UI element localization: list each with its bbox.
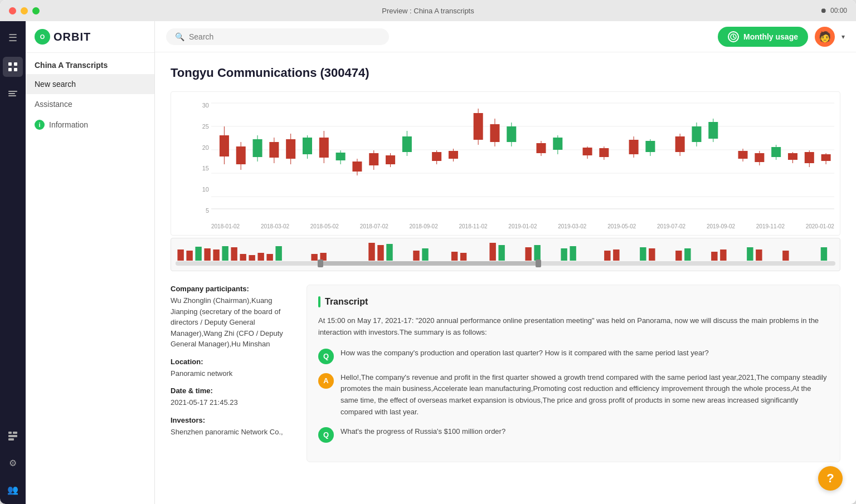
- svg-rect-19: [220, 135, 229, 156]
- participants-value: Wu Zhonglin (Chairman),Kuang Jianping (s…: [171, 295, 293, 350]
- transcript-panel: Transcript At 15:00 on May 17, 2021-17: …: [307, 285, 840, 462]
- y-label-20: 20: [193, 144, 209, 151]
- record-icon: ⏺: [820, 7, 827, 14]
- participants-label: Company participants:: [171, 285, 293, 293]
- svg-rect-10: [8, 438, 14, 441]
- x-label-1: 2018-03-02: [261, 223, 289, 229]
- bottom-icon-1[interactable]: [3, 426, 23, 446]
- topbar: 🔍 Monthly usage 🧑 ▾: [155, 21, 856, 52]
- svg-rect-84: [195, 247, 201, 261]
- svg-rect-5: [8, 93, 15, 94]
- svg-rect-111: [640, 247, 646, 261]
- svg-rect-77: [788, 153, 797, 160]
- x-label-9: 2019-07-02: [657, 223, 685, 229]
- nav-icon-2[interactable]: [3, 84, 23, 104]
- location-value: Panoramic network: [171, 368, 293, 379]
- sidebar-item-new-search[interactable]: New search: [26, 74, 154, 94]
- location-label: Location:: [171, 358, 293, 366]
- range-slider-track[interactable]: [171, 260, 840, 267]
- grid-icon[interactable]: [3, 57, 23, 77]
- q-badge-0: Q: [318, 349, 334, 364]
- y-label-5: 5: [193, 207, 209, 214]
- help-button[interactable]: ?: [818, 466, 843, 491]
- icon-bar: ☰: [0, 21, 26, 504]
- investors-value: Shenzhen panoramic Network Co.,: [171, 427, 293, 438]
- search-box[interactable]: 🔍: [166, 28, 389, 45]
- svg-rect-118: [756, 249, 762, 261]
- settings-icon[interactable]: ⚙: [3, 453, 23, 473]
- range-thumb-right[interactable]: [536, 260, 541, 267]
- company-info: Company participants: Wu Zhonglin (Chair…: [171, 285, 293, 462]
- range-track[interactable]: [176, 261, 835, 266]
- svg-rect-85: [204, 248, 210, 261]
- x-label-10: 2019-09-02: [707, 223, 735, 229]
- svg-rect-63: [645, 141, 655, 152]
- svg-rect-25: [269, 142, 279, 158]
- svg-rect-103: [489, 243, 495, 261]
- sidebar-item-assistance[interactable]: Assistance: [26, 94, 154, 114]
- transcript-title: Transcript: [318, 296, 829, 307]
- q-text-1: What's the progress of Russia's $100 mil…: [341, 426, 505, 443]
- app-window: Preview : China A transcripts ⏺ 00:00 ☰: [0, 0, 856, 504]
- x-label-8: 2019-05-02: [607, 223, 636, 229]
- svg-rect-116: [720, 249, 726, 261]
- menu-icon[interactable]: ☰: [3, 28, 23, 48]
- svg-rect-0: [8, 62, 12, 66]
- sidebar-item-information[interactable]: i Information: [26, 114, 154, 135]
- location-section: Location: Panoramic network: [171, 358, 293, 379]
- avatar[interactable]: 🧑: [815, 27, 835, 47]
- svg-rect-2: [8, 68, 12, 71]
- transcript-accent-bar: [318, 296, 320, 307]
- svg-rect-75: [771, 147, 781, 157]
- users-icon[interactable]: 👥: [3, 479, 23, 500]
- x-label-5: 2018-11-02: [459, 223, 487, 229]
- svg-rect-27: [286, 139, 295, 159]
- main-content: 🔍 Monthly usage 🧑 ▾: [155, 21, 856, 504]
- svg-rect-67: [692, 126, 701, 142]
- qa-item-0: Q How was the company's production and o…: [318, 348, 829, 364]
- svg-rect-79: [805, 152, 814, 163]
- close-button[interactable]: [9, 7, 16, 14]
- y-label-25: 25: [193, 123, 209, 130]
- details-panel: Company participants: Wu Zhonglin (Chair…: [171, 285, 840, 462]
- window-title: Preview : China A transcripts: [382, 7, 474, 15]
- svg-rect-53: [536, 143, 546, 153]
- assistance-label: Assistance: [35, 100, 72, 109]
- titlebar-time: ⏺ 00:00: [820, 7, 847, 14]
- information-label: Information: [49, 120, 88, 129]
- svg-rect-86: [213, 249, 219, 261]
- maximize-button[interactable]: [32, 7, 40, 14]
- minimize-button[interactable]: [21, 7, 28, 14]
- svg-rect-39: [386, 155, 395, 164]
- time-display: 00:00: [830, 7, 847, 14]
- qa-item-1: A Hello!,The company's revenue and profi…: [318, 372, 829, 418]
- x-axis-labels: 2018-01-02 2018-03-02 2018-05-02 2018-07…: [211, 223, 834, 229]
- search-input[interactable]: [189, 32, 380, 41]
- transcript-intro: At 15:00 on May 17, 2021-17: "2020 annua…: [318, 315, 829, 339]
- a-badge-0: A: [318, 373, 334, 389]
- monthly-usage-button[interactable]: Monthly usage: [718, 27, 808, 47]
- logo-text: ORBIT: [54, 31, 91, 43]
- svg-rect-106: [534, 245, 540, 261]
- window-controls: [9, 7, 40, 14]
- svg-rect-105: [525, 247, 531, 261]
- svg-rect-100: [422, 248, 428, 261]
- monthly-usage-label: Monthly usage: [743, 32, 798, 41]
- qa-item-2: Q What's the progress of Russia's $100 m…: [318, 426, 829, 443]
- new-search-label: New search: [35, 80, 76, 89]
- svg-rect-23: [253, 139, 262, 157]
- app-body: ☰: [0, 21, 856, 504]
- svg-rect-73: [755, 153, 764, 162]
- y-label-15: 15: [193, 165, 209, 172]
- sidebar-header: O ORBIT: [26, 21, 154, 53]
- svg-rect-6: [8, 95, 16, 96]
- logo-icon: O: [35, 29, 50, 45]
- svg-rect-88: [231, 247, 237, 261]
- range-selector[interactable]: [171, 238, 840, 271]
- svg-rect-8: [13, 432, 17, 434]
- range-thumb-left[interactable]: [318, 260, 323, 267]
- svg-rect-65: [675, 136, 685, 152]
- chevron-down-icon[interactable]: ▾: [842, 33, 845, 41]
- info-icon: i: [35, 120, 45, 130]
- datetime-value: 2021-05-17 21:45.23: [171, 397, 293, 408]
